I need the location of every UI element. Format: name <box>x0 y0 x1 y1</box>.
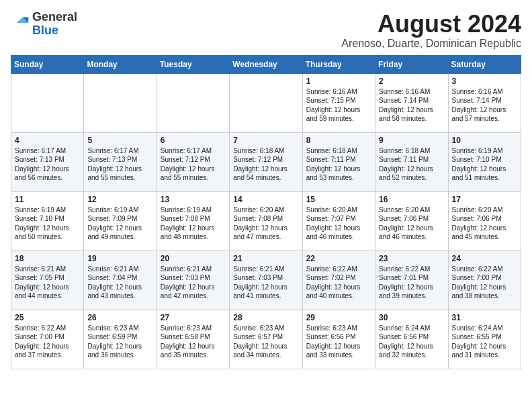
cell-content: Sunrise: 6:22 AM Sunset: 7:00 PM Dayligh… <box>15 324 80 360</box>
cell-content: Sunrise: 6:19 AM Sunset: 7:10 PM Dayligh… <box>15 205 80 242</box>
logo-general: General <box>32 10 77 24</box>
calendar-cell: 1Sunrise: 6:16 AM Sunset: 7:15 PM Daylig… <box>302 73 375 132</box>
title-block: August 2024 Arenoso, Duarte, Dominican R… <box>341 11 521 50</box>
calendar-week-5: 25Sunrise: 6:22 AM Sunset: 7:00 PM Dayli… <box>11 310 521 369</box>
day-number: 10 <box>452 136 517 145</box>
calendar-body: 1Sunrise: 6:16 AM Sunset: 7:15 PM Daylig… <box>11 73 521 369</box>
cell-content: Sunrise: 6:21 AM Sunset: 7:03 PM Dayligh… <box>233 265 298 301</box>
weekday-header-friday: Friday <box>375 55 448 73</box>
day-number: 22 <box>306 254 371 263</box>
calendar-cell: 29Sunrise: 6:23 AM Sunset: 6:56 PM Dayli… <box>302 310 375 369</box>
calendar-cell: 25Sunrise: 6:22 AM Sunset: 7:00 PM Dayli… <box>11 310 84 369</box>
calendar-cell: 30Sunrise: 6:24 AM Sunset: 6:56 PM Dayli… <box>375 310 448 369</box>
calendar-cell: 16Sunrise: 6:20 AM Sunset: 7:06 PM Dayli… <box>375 191 448 250</box>
logo-blue: Blue <box>32 24 58 37</box>
calendar-cell: 22Sunrise: 6:22 AM Sunset: 7:02 PM Dayli… <box>302 250 375 310</box>
cell-content: Sunrise: 6:16 AM Sunset: 7:14 PM Dayligh… <box>452 87 517 124</box>
cell-content: Sunrise: 6:23 AM Sunset: 6:56 PM Dayligh… <box>306 324 371 360</box>
calendar-cell: 5Sunrise: 6:17 AM Sunset: 7:13 PM Daylig… <box>84 132 157 191</box>
calendar-cell: 13Sunrise: 6:19 AM Sunset: 7:08 PM Dayli… <box>157 191 229 250</box>
calendar-cell: 18Sunrise: 6:21 AM Sunset: 7:05 PM Dayli… <box>11 250 84 310</box>
day-number: 15 <box>306 195 371 204</box>
cell-content: Sunrise: 6:20 AM Sunset: 7:06 PM Dayligh… <box>452 205 517 242</box>
day-number: 17 <box>452 195 517 204</box>
calendar-week-3: 11Sunrise: 6:19 AM Sunset: 7:10 PM Dayli… <box>11 191 521 250</box>
day-number: 9 <box>379 136 444 145</box>
cell-content: Sunrise: 6:22 AM Sunset: 7:01 PM Dayligh… <box>379 265 444 301</box>
day-number: 6 <box>161 136 226 145</box>
cell-content: Sunrise: 6:19 AM Sunset: 7:08 PM Dayligh… <box>161 205 226 242</box>
calendar-cell: 24Sunrise: 6:22 AM Sunset: 7:00 PM Dayli… <box>448 250 521 310</box>
cell-content: Sunrise: 6:17 AM Sunset: 7:13 PM Dayligh… <box>15 146 80 183</box>
cell-content: Sunrise: 6:22 AM Sunset: 7:00 PM Dayligh… <box>452 265 517 301</box>
cell-content: Sunrise: 6:20 AM Sunset: 7:06 PM Dayligh… <box>379 205 444 242</box>
day-number: 27 <box>161 313 226 322</box>
day-number: 26 <box>87 313 152 322</box>
day-number: 28 <box>233 313 298 322</box>
calendar-cell: 9Sunrise: 6:18 AM Sunset: 7:11 PM Daylig… <box>375 132 448 191</box>
calendar-table: SundayMondayTuesdayWednesdayThursdayFrid… <box>11 55 521 369</box>
cell-content: Sunrise: 6:23 AM Sunset: 6:59 PM Dayligh… <box>87 324 152 360</box>
day-number: 25 <box>15 313 80 322</box>
cell-content: Sunrise: 6:24 AM Sunset: 6:55 PM Dayligh… <box>452 324 517 360</box>
calendar-cell: 17Sunrise: 6:20 AM Sunset: 7:06 PM Dayli… <box>448 191 521 250</box>
cell-content: Sunrise: 6:21 AM Sunset: 7:03 PM Dayligh… <box>161 265 226 301</box>
day-number: 14 <box>233 195 298 204</box>
weekday-header-tuesday: Tuesday <box>157 55 229 73</box>
day-number: 4 <box>15 136 80 145</box>
calendar-cell: 14Sunrise: 6:20 AM Sunset: 7:08 PM Dayli… <box>230 191 302 250</box>
cell-content: Sunrise: 6:20 AM Sunset: 7:07 PM Dayligh… <box>306 205 371 242</box>
calendar-week-1: 1Sunrise: 6:16 AM Sunset: 7:15 PM Daylig… <box>11 73 521 132</box>
day-number: 18 <box>15 254 80 263</box>
calendar-cell: 4Sunrise: 6:17 AM Sunset: 7:13 PM Daylig… <box>11 132 84 191</box>
cell-content: Sunrise: 6:17 AM Sunset: 7:13 PM Dayligh… <box>87 146 152 183</box>
calendar-cell: 21Sunrise: 6:21 AM Sunset: 7:03 PM Dayli… <box>230 250 302 310</box>
cell-content: Sunrise: 6:21 AM Sunset: 7:04 PM Dayligh… <box>87 265 152 301</box>
cell-content: Sunrise: 6:19 AM Sunset: 7:09 PM Dayligh… <box>87 205 152 242</box>
calendar-cell: 26Sunrise: 6:23 AM Sunset: 6:59 PM Dayli… <box>84 310 157 369</box>
cell-content: Sunrise: 6:22 AM Sunset: 7:02 PM Dayligh… <box>306 265 371 301</box>
day-number: 19 <box>87 254 152 263</box>
calendar-cell: 15Sunrise: 6:20 AM Sunset: 7:07 PM Dayli… <box>302 191 375 250</box>
cell-content: Sunrise: 6:18 AM Sunset: 7:11 PM Dayligh… <box>306 146 371 183</box>
calendar-week-2: 4Sunrise: 6:17 AM Sunset: 7:13 PM Daylig… <box>11 132 521 191</box>
weekday-header-thursday: Thursday <box>302 55 375 73</box>
calendar-cell: 2Sunrise: 6:16 AM Sunset: 7:14 PM Daylig… <box>375 73 448 132</box>
calendar-week-4: 18Sunrise: 6:21 AM Sunset: 7:05 PM Dayli… <box>11 250 521 310</box>
cell-content: Sunrise: 6:18 AM Sunset: 7:11 PM Dayligh… <box>379 146 444 183</box>
day-number: 31 <box>452 313 517 322</box>
calendar-cell: 11Sunrise: 6:19 AM Sunset: 7:10 PM Dayli… <box>11 191 84 250</box>
calendar-cell: 10Sunrise: 6:19 AM Sunset: 7:10 PM Dayli… <box>448 132 521 191</box>
calendar-cell: 6Sunrise: 6:17 AM Sunset: 7:12 PM Daylig… <box>157 132 229 191</box>
cell-content: Sunrise: 6:24 AM Sunset: 6:56 PM Dayligh… <box>379 324 444 360</box>
day-number: 16 <box>379 195 444 204</box>
cell-content: Sunrise: 6:23 AM Sunset: 6:57 PM Dayligh… <box>233 324 298 360</box>
day-number: 29 <box>306 313 371 322</box>
cell-content: Sunrise: 6:21 AM Sunset: 7:05 PM Dayligh… <box>15 265 80 301</box>
weekday-header-sunday: Sunday <box>11 55 84 73</box>
day-number: 13 <box>161 195 226 204</box>
calendar-header: SundayMondayTuesdayWednesdayThursdayFrid… <box>11 55 521 73</box>
cell-content: Sunrise: 6:16 AM Sunset: 7:15 PM Dayligh… <box>306 87 371 124</box>
calendar-cell <box>157 73 229 132</box>
cell-content: Sunrise: 6:20 AM Sunset: 7:08 PM Dayligh… <box>233 205 298 242</box>
day-number: 7 <box>233 136 298 145</box>
month-year: August 2024 <box>341 11 521 38</box>
day-number: 3 <box>452 77 517 86</box>
weekday-header-monday: Monday <box>84 55 157 73</box>
day-number: 20 <box>161 254 226 263</box>
weekday-header-saturday: Saturday <box>448 55 521 73</box>
logo-text: General Blue <box>32 11 77 38</box>
calendar-cell: 28Sunrise: 6:23 AM Sunset: 6:57 PM Dayli… <box>230 310 302 369</box>
day-number: 21 <box>233 254 298 263</box>
weekday-header-wednesday: Wednesday <box>230 55 302 73</box>
day-number: 23 <box>379 254 444 263</box>
calendar-cell: 20Sunrise: 6:21 AM Sunset: 7:03 PM Dayli… <box>157 250 229 310</box>
day-number: 8 <box>306 136 371 145</box>
calendar-cell: 3Sunrise: 6:16 AM Sunset: 7:14 PM Daylig… <box>448 73 521 132</box>
weekday-row: SundayMondayTuesdayWednesdayThursdayFrid… <box>11 55 521 73</box>
calendar-cell: 27Sunrise: 6:23 AM Sunset: 6:58 PM Dayli… <box>157 310 229 369</box>
calendar-cell: 23Sunrise: 6:22 AM Sunset: 7:01 PM Dayli… <box>375 250 448 310</box>
page-header: General Blue August 2024 Arenoso, Duarte… <box>11 11 521 50</box>
location: Arenoso, Duarte, Dominican Republic <box>341 38 521 50</box>
